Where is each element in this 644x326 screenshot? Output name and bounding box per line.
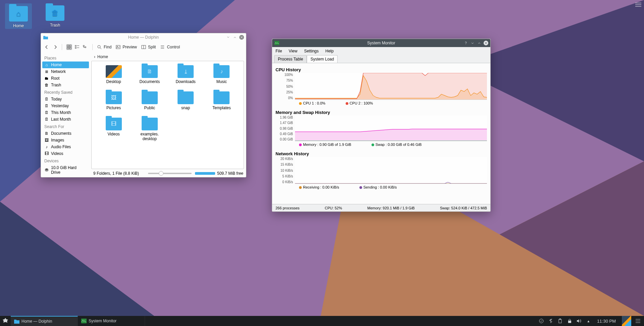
grid-item-downloads[interactable]: ⤓Downloads bbox=[168, 65, 204, 91]
tray-expand-icon[interactable]: ▲ bbox=[586, 318, 591, 324]
menu-view[interactable]: View bbox=[289, 49, 297, 53]
sidebar-item-label: Root bbox=[51, 76, 59, 81]
clock[interactable]: 11:30 PM bbox=[595, 319, 618, 324]
sidebar-search-videos[interactable]: 🎞Videos bbox=[41, 150, 90, 157]
maximize-button[interactable] bbox=[477, 41, 482, 45]
sidebar-places-network[interactable]: ≣Network bbox=[41, 68, 90, 75]
show-desktop-button[interactable] bbox=[622, 316, 631, 326]
sidebar-item-label: Documents bbox=[51, 131, 71, 136]
task-system-monitor[interactable]: System Monitor bbox=[78, 316, 145, 326]
volume-icon[interactable] bbox=[576, 318, 582, 324]
back-button[interactable] bbox=[44, 45, 49, 49]
dolphin-titlebar[interactable]: Home — Dolphin bbox=[41, 33, 246, 41]
sidebar-devices-10-0-gib-hard-drive[interactable]: ⛃10.0 GiB Hard Drive bbox=[41, 164, 90, 176]
svg-rect-6 bbox=[67, 45, 69, 47]
bluetooth-icon[interactable] bbox=[548, 318, 553, 324]
trash-desktop-icon[interactable]: 🗑 Trash bbox=[42, 3, 68, 28]
sysmon-titlebar[interactable]: System Monitor bbox=[272, 39, 490, 47]
sidebar-recent-yesterday[interactable]: 🗓Yesterday bbox=[41, 103, 90, 109]
sidebar-search-images[interactable]: 🖼Images bbox=[41, 137, 90, 144]
close-button[interactable] bbox=[239, 35, 244, 40]
grid-item-snap[interactable]: snap bbox=[168, 91, 204, 118]
grid-item-examples-desktop[interactable]: examples. desktop bbox=[132, 118, 167, 144]
split-button[interactable]: Split bbox=[141, 44, 156, 50]
grid-item-pictures[interactable]: 🖼Pictures bbox=[96, 91, 132, 118]
find-button[interactable]: Find bbox=[97, 44, 111, 50]
grid-item-label: Public bbox=[144, 106, 155, 110]
grid-item-label: Pictures bbox=[106, 106, 121, 110]
details-view-button[interactable] bbox=[82, 44, 88, 50]
sidebar-recent-today[interactable]: 🗓Today bbox=[41, 96, 90, 103]
free-space-bar bbox=[195, 172, 215, 175]
breadcrumb[interactable]: › Home bbox=[91, 53, 246, 61]
sidebar-places-icon: ⌂ bbox=[44, 63, 49, 67]
sidebar-recent-this-month[interactable]: 🗓This Month bbox=[41, 109, 90, 116]
app-launcher[interactable] bbox=[0, 316, 11, 326]
sidebar-search-audio-files[interactable]: ♪Audio Files bbox=[41, 144, 90, 150]
svg-rect-11 bbox=[75, 47, 76, 48]
svg-rect-8 bbox=[67, 47, 69, 49]
dolphin-statusbar: 9 Folders, 1 File (8.8 KiB) 509.7 MiB fr… bbox=[91, 170, 246, 177]
folder-icon: 🗎 bbox=[142, 65, 158, 78]
maximize-button[interactable] bbox=[233, 35, 237, 40]
sidebar-header-devices: Devices bbox=[41, 157, 90, 164]
cpu-chart-title: CPU History bbox=[276, 67, 487, 72]
preview-button[interactable]: Preview bbox=[115, 44, 137, 50]
status-processes: 266 processes bbox=[276, 206, 300, 210]
zoom-slider[interactable] bbox=[148, 173, 192, 174]
sidebar-places-trash[interactable]: 🗑Trash bbox=[41, 82, 90, 88]
task-home-dolphin[interactable]: Home — Dolphin bbox=[11, 316, 78, 326]
minimize-button[interactable] bbox=[226, 35, 231, 40]
breadcrumb-label: Home bbox=[97, 54, 108, 59]
grid-item-desktop[interactable]: Desktop bbox=[96, 65, 132, 91]
search-icon bbox=[97, 44, 102, 50]
menu-file[interactable]: File bbox=[276, 49, 282, 53]
sidebar-recent-icon: 🗓 bbox=[44, 117, 49, 122]
lock-icon[interactable] bbox=[567, 318, 572, 324]
sidebar-item-label: 10.0 GiB Hard Drive bbox=[51, 165, 87, 175]
grid-item-public[interactable]: Public bbox=[132, 91, 167, 118]
sidebar-places-icon: ≣ bbox=[44, 69, 49, 74]
tab-system-load[interactable]: System Load bbox=[307, 55, 338, 63]
sidebar-header-recent: Recently Saved bbox=[41, 88, 90, 96]
forward-button[interactable] bbox=[53, 45, 58, 49]
sidebar-search-documents[interactable]: 🗎Documents bbox=[41, 130, 90, 137]
grid-item-videos[interactable]: 🎞Videos bbox=[96, 118, 132, 144]
file-grid[interactable]: Desktop🗎Documents⤓Downloads♪Music🖼Pictur… bbox=[91, 61, 244, 169]
status-swap: Swap: 524.0 KiB / 472.5 MiB bbox=[440, 206, 487, 210]
help-button[interactable] bbox=[463, 41, 468, 45]
menu-help[interactable]: Help bbox=[326, 49, 334, 53]
cpu-chart bbox=[295, 73, 487, 100]
sidebar-recent-last-month[interactable]: 🗓Last Month bbox=[41, 116, 90, 123]
panel-handle[interactable] bbox=[635, 3, 641, 7]
folder-icon bbox=[142, 91, 158, 104]
grid-item-label: snap bbox=[181, 106, 190, 110]
grid-item-templates[interactable]: Templates bbox=[204, 91, 240, 118]
compact-view-button[interactable] bbox=[74, 44, 80, 50]
sidebar-item-label: This Month bbox=[51, 110, 71, 115]
tab-process-table[interactable]: Process Table bbox=[274, 55, 307, 63]
folder-icon: 🖼 bbox=[106, 91, 122, 104]
sidebar-search-icon: 🗎 bbox=[44, 131, 49, 136]
sidebar-search-icon: ♪ bbox=[44, 145, 49, 149]
folder-icon bbox=[142, 118, 158, 130]
svg-rect-23 bbox=[568, 321, 571, 323]
minimize-button[interactable] bbox=[470, 41, 475, 45]
sidebar-places-root[interactable]: 🖿Root bbox=[41, 75, 90, 82]
menu-settings[interactable]: Settings bbox=[304, 49, 318, 53]
control-button[interactable]: Control bbox=[160, 44, 180, 50]
folder-icon bbox=[106, 65, 122, 78]
net-chart bbox=[295, 157, 487, 184]
home-desktop-icon[interactable]: ⌂ Home bbox=[5, 3, 32, 29]
svg-rect-7 bbox=[69, 45, 71, 47]
clipboard-icon[interactable] bbox=[557, 318, 563, 324]
net-legend: Receiving : 0.00 KiB/sSending : 0.00 KiB… bbox=[276, 184, 487, 193]
dolphin-sidebar: Places ⌂Home≣Network🖿Root🗑Trash Recently… bbox=[41, 53, 91, 177]
panel-menu-icon[interactable] bbox=[635, 318, 641, 324]
grid-item-music[interactable]: ♪Music bbox=[204, 65, 240, 91]
sidebar-places-home[interactable]: ⌂Home bbox=[42, 62, 89, 68]
updates-icon[interactable] bbox=[539, 318, 544, 324]
close-button[interactable] bbox=[484, 41, 488, 45]
grid-item-documents[interactable]: 🗎Documents bbox=[132, 65, 167, 91]
icon-view-button[interactable] bbox=[66, 44, 72, 50]
